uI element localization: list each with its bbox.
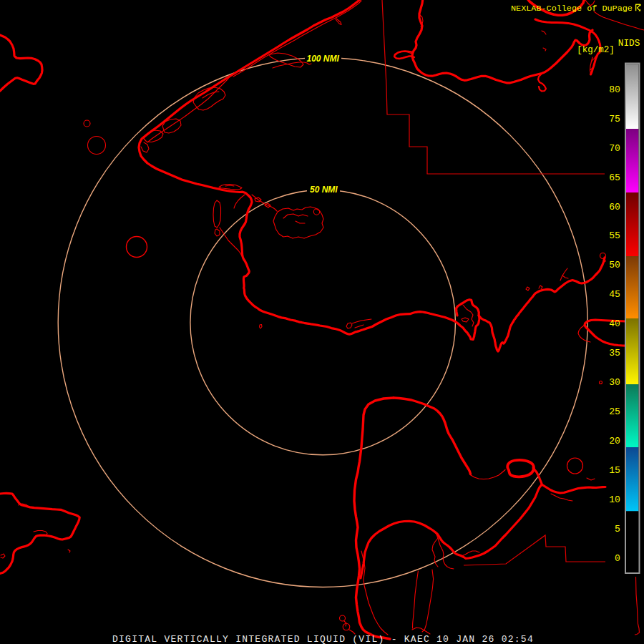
svg-text:55: 55 bbox=[609, 230, 620, 241]
svg-text:60: 60 bbox=[609, 202, 620, 213]
svg-text:DIGITAL VERTICALLY INTEGRATED: DIGITAL VERTICALLY INTEGRATED LIQUID (VI… bbox=[112, 634, 534, 644]
svg-text:50 NMI: 50 NMI bbox=[310, 185, 338, 195]
svg-text:35: 35 bbox=[609, 348, 620, 358]
svg-text:10: 10 bbox=[609, 494, 620, 505]
svg-text:20: 20 bbox=[609, 436, 620, 447]
svg-text:75: 75 bbox=[609, 114, 620, 125]
svg-text:45: 45 bbox=[609, 289, 620, 300]
svg-text:70: 70 bbox=[609, 143, 620, 154]
svg-text:NEXLAB-College of DuPage: NEXLAB-College of DuPage bbox=[511, 4, 633, 14]
svg-text:5: 5 bbox=[615, 524, 620, 535]
svg-text:15: 15 bbox=[609, 465, 620, 476]
svg-text:65: 65 bbox=[609, 172, 620, 183]
svg-text:NIDS: NIDS bbox=[618, 38, 640, 49]
svg-text:[kg/m2]: [kg/m2] bbox=[577, 45, 615, 55]
svg-text:50: 50 bbox=[609, 260, 620, 270]
svg-text:30: 30 bbox=[609, 377, 620, 388]
svg-text:80: 80 bbox=[609, 84, 620, 95]
svg-text:25: 25 bbox=[609, 406, 620, 417]
svg-text:0: 0 bbox=[615, 553, 620, 564]
svg-text:40: 40 bbox=[609, 318, 620, 329]
svg-text:100 NMI: 100 NMI bbox=[307, 54, 340, 64]
